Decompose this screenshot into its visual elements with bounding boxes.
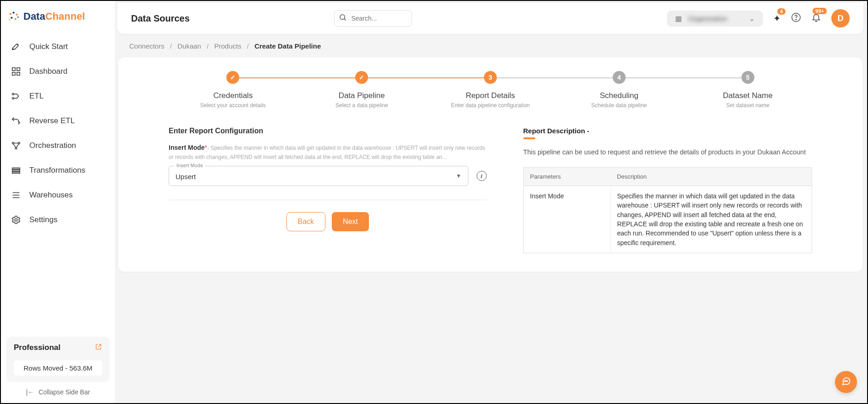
chat-icon xyxy=(841,376,851,388)
insert-mode-select[interactable]: Insert Mode Upsert ▼ xyxy=(169,166,468,186)
sparkle-icon: ✦ xyxy=(773,13,781,23)
sidebar-item-settings[interactable]: Settings xyxy=(5,207,110,232)
check-icon: ✓ xyxy=(226,71,239,84)
select-value: Upsert xyxy=(176,173,196,180)
bell-badge: 99+ xyxy=(813,8,827,14)
sidebar-item-etl[interactable]: ETL xyxy=(5,84,110,109)
topbar: Data Sources ▦ Organization ⌄ ✦ 4 xyxy=(117,3,863,34)
step-sub: Set dataset name xyxy=(683,102,812,109)
logo[interactable]: DataChannel xyxy=(1,1,115,34)
avatar[interactable]: D xyxy=(831,9,850,27)
step-scheduling[interactable]: 4 Scheduling Schedule data pipeline xyxy=(555,71,683,109)
plan-card: Professional Rows Moved - 563.6M xyxy=(6,337,110,382)
sidebar-item-label: Reverse ETL xyxy=(29,116,75,126)
svg-rect-10 xyxy=(17,72,20,75)
section-heading: Enter Report Configuration xyxy=(169,127,487,135)
step-data-pipeline[interactable]: ✓ Data Pipeline Select a data pipeline xyxy=(297,71,426,109)
sidebar-item-orchestration[interactable]: Orchestration xyxy=(5,133,110,158)
svg-point-1 xyxy=(13,12,15,14)
main: Data Sources ▦ Organization ⌄ ✦ 4 xyxy=(115,1,867,403)
plan-name: Professional xyxy=(14,343,60,352)
external-link-icon[interactable] xyxy=(95,343,102,352)
org-selector[interactable]: ▦ Organization ⌄ xyxy=(667,11,763,27)
etl-icon xyxy=(11,91,21,101)
step-title: Report Details xyxy=(426,91,555,100)
next-button[interactable]: Next xyxy=(332,212,369,231)
sidebar-item-label: Transformations xyxy=(29,166,85,175)
svg-point-15 xyxy=(15,147,17,149)
step-line xyxy=(619,77,748,78)
select-float-label: Insert Mode xyxy=(175,163,205,168)
field-name: Insert Mode xyxy=(169,144,205,151)
sidebar-item-label: Quick Start xyxy=(29,42,68,51)
svg-rect-8 xyxy=(17,68,20,71)
breadcrumb-current: Create Data Pipeline xyxy=(254,42,321,50)
svg-point-23 xyxy=(340,15,345,20)
sidebar-item-warehouses[interactable]: Warehouses xyxy=(5,183,110,207)
rocket-icon xyxy=(11,42,21,52)
page-title: Data Sources xyxy=(131,13,190,24)
svg-point-11 xyxy=(12,93,14,95)
step-sub: Enter data pipeline configuration xyxy=(426,102,555,109)
bell-icon[interactable]: 99+ xyxy=(811,12,821,25)
step-title: Data Pipeline xyxy=(297,91,426,100)
gear-icon xyxy=(11,215,21,225)
help-icon[interactable] xyxy=(791,12,801,25)
avatar-initial: D xyxy=(838,14,844,23)
step-title: Credentials xyxy=(169,91,297,100)
sidebar-item-label: Dashboard xyxy=(29,67,67,76)
info-icon[interactable]: i xyxy=(477,171,487,181)
collapse-sidebar[interactable]: |← Collapse Side Bar xyxy=(6,382,110,398)
svg-rect-7 xyxy=(12,68,15,71)
form-right: Report Description - This pipeline can b… xyxy=(523,127,812,253)
divider xyxy=(169,200,487,200)
sidebar-item-label: Warehouses xyxy=(29,191,73,200)
step-sub: Select your account details xyxy=(169,102,297,109)
whats-new[interactable]: ✦ 4 xyxy=(773,13,781,24)
parameters-table: Parameters Description Insert Mode Speci… xyxy=(523,167,812,253)
breadcrumb: Connectors / Dukaan / Products / Create … xyxy=(115,34,867,55)
step-number: 3 xyxy=(484,71,497,84)
table-row: Insert Mode Specifies the manner in whic… xyxy=(523,186,812,253)
sidebar-item-label: ETL xyxy=(29,92,44,101)
svg-point-28 xyxy=(846,381,846,382)
back-button[interactable]: Back xyxy=(286,212,326,231)
step-number: 4 xyxy=(613,71,626,84)
svg-rect-16 xyxy=(12,168,20,169)
sidebar-item-label: Orchestration xyxy=(29,141,76,150)
collapse-label: Collapse Side Bar xyxy=(38,388,90,396)
check-icon: ✓ xyxy=(355,71,368,84)
param-desc: Specifies the manner in which data will … xyxy=(610,186,812,253)
sidebar-item-quickstart[interactable]: Quick Start xyxy=(5,34,110,59)
step-title: Dataset Name xyxy=(683,91,812,100)
sidebar-item-transformations[interactable]: Transformations xyxy=(5,158,110,183)
breadcrumb-sep: / xyxy=(170,42,172,50)
svg-point-2 xyxy=(16,14,18,16)
field-desc: Specifies the manner in which data will … xyxy=(169,145,485,160)
sidebar-item-label: Settings xyxy=(29,215,57,224)
chevron-down-icon: ⌄ xyxy=(749,14,755,23)
field-label: Insert Mode*- Specifies the manner in wh… xyxy=(169,143,487,161)
breadcrumb-item[interactable]: Dukaan xyxy=(177,42,201,50)
step-number: 5 xyxy=(742,71,754,84)
stepper: ✓ Credentials Select your account detail… xyxy=(169,71,812,109)
org-icon: ▦ xyxy=(675,14,682,23)
logo-text-2: Channel xyxy=(45,11,85,22)
dashboard-icon xyxy=(11,66,21,76)
param-name: Insert Mode xyxy=(523,186,610,253)
sidebar-item-reverse-etl[interactable]: Reverse ETL xyxy=(5,109,110,133)
sparkle-badge: 4 xyxy=(777,8,786,15)
sidebar-item-dashboard[interactable]: Dashboard xyxy=(5,59,110,84)
breadcrumb-item[interactable]: Products xyxy=(214,42,241,50)
svg-point-12 xyxy=(12,98,14,99)
step-sub: Schedule data pipeline xyxy=(555,102,683,109)
chat-fab[interactable] xyxy=(835,371,857,393)
step-report-details[interactable]: 3 Report Details Enter data pipeline con… xyxy=(426,71,555,109)
svg-point-3 xyxy=(11,17,12,19)
breadcrumb-item[interactable]: Connectors xyxy=(129,42,165,50)
sidebar: DataChannel Quick Start Dashboard ETL Re… xyxy=(1,1,115,403)
step-credentials[interactable]: ✓ Credentials Select your account detail… xyxy=(169,71,297,109)
step-dataset-name[interactable]: 5 Dataset Name Set dataset name xyxy=(683,71,812,109)
svg-point-14 xyxy=(18,142,20,144)
collapse-icon: |← xyxy=(26,388,34,396)
